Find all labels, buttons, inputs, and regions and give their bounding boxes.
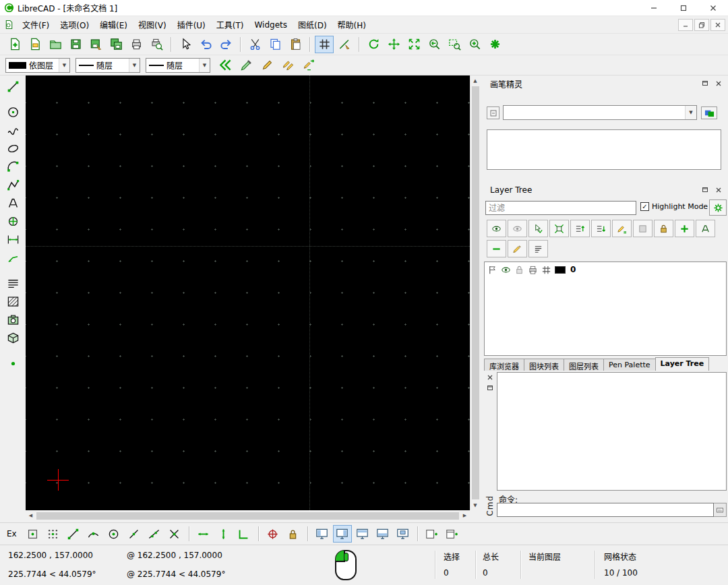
scroll-down-icon[interactable]: ▼ — [471, 500, 481, 510]
lock-layer-button[interactable] — [654, 220, 673, 237]
menu-drawings[interactable]: 图纸(D) — [293, 16, 332, 34]
pen-wizard-color-button[interactable] — [701, 106, 717, 119]
layer-construction-icon[interactable] — [541, 265, 551, 275]
new-from-template-button[interactable] — [26, 36, 44, 53]
restrict-horizontal-button[interactable] — [194, 525, 213, 543]
highlight-mode-checkbox[interactable]: ✓ Highlight Mode — [640, 202, 708, 211]
layer-list[interactable]: 0 — [484, 261, 727, 356]
snap-free-button[interactable] — [24, 525, 42, 543]
spline-tool-button[interactable] — [3, 121, 23, 140]
mdi-close-button[interactable] — [710, 19, 725, 31]
command-options-button[interactable] — [714, 503, 727, 517]
grid-toggle-button[interactable] — [315, 36, 334, 53]
layer-color-swatch[interactable] — [555, 266, 566, 274]
snap-grid-button[interactable] — [44, 525, 63, 543]
command-history[interactable] — [497, 372, 727, 491]
snap-endpoint-button[interactable] — [64, 525, 83, 543]
restrict-orthogonal-button[interactable] — [235, 525, 253, 543]
rename-layer-button[interactable] — [508, 240, 527, 257]
point-tool-button[interactable] — [3, 355, 23, 373]
add-tab-button[interactable] — [423, 525, 442, 543]
leader-tool-button[interactable] — [3, 249, 23, 267]
save-as-button[interactable] — [86, 36, 105, 53]
menu-help[interactable]: 帮助(H) — [332, 16, 371, 34]
zoom-window-button[interactable] — [445, 36, 464, 53]
tab-layer-tree[interactable]: Layer Tree — [655, 357, 710, 371]
tab-library-browser[interactable]: 库浏览器 — [484, 359, 524, 371]
image-tool-button[interactable] — [3, 311, 23, 329]
previous-view-button[interactable] — [425, 36, 444, 53]
pen-wizard-options-button[interactable] — [487, 106, 499, 119]
snap-intersection-button[interactable] — [165, 525, 184, 543]
close-button[interactable] — [698, 0, 728, 16]
vertical-scroll-thumb[interactable] — [472, 86, 479, 499]
copy-button[interactable] — [266, 36, 284, 53]
raise-layer-button[interactable] — [570, 220, 590, 237]
menu-edit[interactable]: 编辑(E) — [94, 16, 133, 34]
ellipse-tool-button[interactable] — [3, 140, 23, 158]
horizontal-scrollbar[interactable]: ◀ ▶ — [26, 510, 470, 520]
lock-relative-zero-button[interactable] — [284, 525, 303, 543]
dock-top-button[interactable] — [353, 525, 372, 543]
dock-float-button[interactable] — [700, 185, 710, 195]
layer-settings-button[interactable] — [709, 199, 727, 216]
horizontal-scroll-thumb[interactable] — [36, 512, 459, 520]
new-drawing-button[interactable] — [5, 36, 24, 53]
checkbox-checked-icon[interactable]: ✓ — [640, 202, 649, 211]
arc-tool-button[interactable] — [3, 158, 23, 176]
dock-right-button[interactable] — [333, 525, 352, 543]
menu-plugins[interactable]: 插件(U) — [172, 16, 211, 34]
pen-wizard-combo-input[interactable] — [506, 106, 685, 119]
layer-filter-input[interactable] — [485, 201, 636, 215]
show-all-layers-button[interactable] — [487, 220, 506, 237]
maximize-button[interactable] — [669, 0, 698, 16]
zoom-out-button[interactable] — [485, 36, 504, 53]
insert-tool-button[interactable] — [3, 212, 23, 230]
snap-middle-button[interactable] — [125, 525, 144, 543]
dimension-tool-button[interactable] — [3, 230, 23, 249]
layer-info-button[interactable] — [528, 240, 548, 257]
cut-button[interactable] — [245, 36, 264, 53]
menu-file[interactable]: 文件(F) — [17, 16, 55, 34]
minimize-button[interactable] — [639, 0, 669, 16]
snap-distance-button[interactable] — [145, 525, 164, 543]
scroll-up-icon[interactable]: ▲ — [471, 75, 481, 86]
pen-wizard-list[interactable] — [487, 129, 721, 170]
pen-width-combo[interactable]: 随层 ▼ — [75, 58, 140, 73]
zoom-auto-button[interactable] — [404, 36, 423, 53]
pick-pen-button[interactable] — [237, 57, 255, 74]
zoom-in-button[interactable] — [465, 36, 484, 53]
redraw-button[interactable] — [364, 36, 383, 53]
scroll-right-icon[interactable]: ▶ — [460, 511, 470, 521]
mdi-restore-button[interactable] — [694, 19, 709, 31]
select-pointer-button[interactable] — [176, 36, 195, 53]
block-tool-button[interactable] — [3, 329, 23, 347]
pen-color-combo[interactable]: 依图层 ▼ — [5, 58, 70, 73]
polyline-tool-button[interactable] — [3, 176, 23, 194]
save-all-button[interactable] — [107, 36, 125, 53]
menu-widgets[interactable]: Widgets — [249, 17, 293, 33]
drawing-canvas[interactable] — [26, 75, 470, 510]
pen-linetype-combo[interactable]: 随层 ▼ — [146, 58, 210, 73]
layer-attributes-button[interactable] — [696, 220, 715, 237]
dock-float-button[interactable] — [700, 78, 710, 89]
menu-view[interactable]: 视图(V) — [133, 16, 172, 34]
snap-center-button[interactable] — [104, 525, 123, 543]
scroll-left-icon[interactable]: ◀ — [26, 511, 36, 521]
freeze-layer-button[interactable] — [633, 220, 653, 237]
tab-pen-palette[interactable]: Pen Palette — [603, 359, 656, 371]
tab-layer-list[interactable]: 图层列表 — [564, 359, 604, 371]
layer-lock-icon[interactable] — [514, 265, 524, 275]
pan-button[interactable] — [384, 36, 403, 53]
add-layer-button[interactable] — [675, 220, 694, 237]
undo-button[interactable] — [196, 36, 215, 53]
layer-print-icon[interactable] — [528, 265, 538, 275]
add-window-button[interactable] — [443, 525, 462, 543]
command-input[interactable] — [497, 503, 714, 517]
command-close-button[interactable] — [485, 372, 495, 383]
layer-row[interactable]: 0 — [485, 262, 726, 277]
set-relative-zero-button[interactable] — [264, 525, 282, 543]
edit-layer-pen-button[interactable] — [612, 220, 632, 237]
lower-layer-button[interactable] — [591, 220, 611, 237]
open-drawing-button[interactable] — [46, 36, 65, 53]
